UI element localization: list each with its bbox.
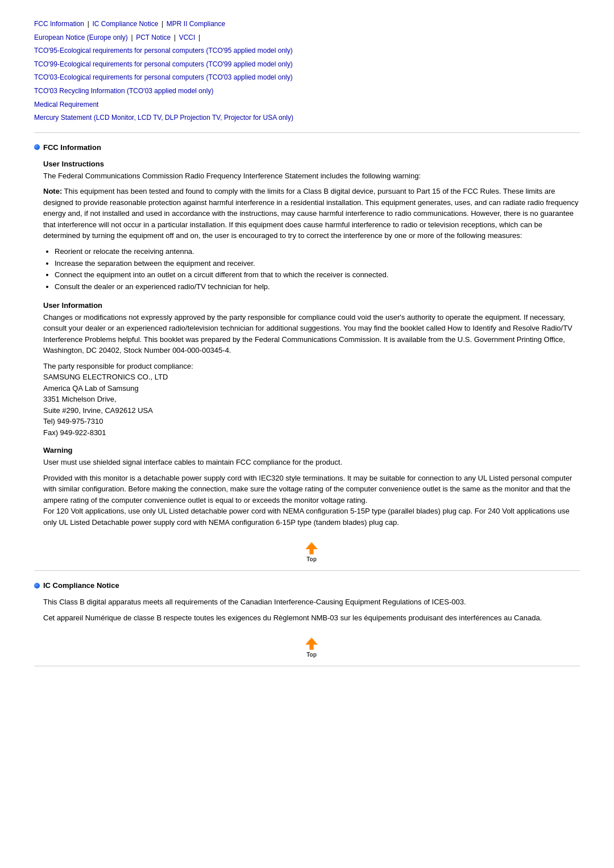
nav-link-tco03r[interactable]: TCO'03 Recycling Information (TCO'03 app… — [34, 87, 213, 95]
divider-fcc-ic — [34, 570, 580, 571]
top-arrow-icon — [301, 538, 322, 558]
top-arrow-icon-2 — [301, 633, 322, 654]
top-button-label: Top — [306, 556, 317, 562]
fcc-top-button[interactable]: Top — [43, 538, 580, 562]
top-button-label-2: Top — [306, 652, 317, 658]
fcc-section-title: FCC Information — [43, 143, 101, 152]
nav-link-medical[interactable]: Medical Requirement — [34, 101, 98, 108]
fcc-section-header: FCC Information — [34, 143, 580, 152]
nav-link-tco03[interactable]: TCO'03-Ecological requirements for perso… — [34, 73, 293, 81]
divider-top — [34, 132, 580, 133]
warning-p2: Provided with this monitor is a detachab… — [43, 473, 580, 528]
fcc-dot-icon — [34, 144, 40, 150]
nav-link-eu[interactable]: European Notice (Europe only) — [34, 34, 128, 41]
warning-title: Warning — [43, 446, 580, 454]
nav-link-tco95[interactable]: TCO'95-Ecological requirements for perso… — [34, 47, 293, 55]
nav-link-vcci[interactable]: VCCI — [179, 34, 196, 41]
ic-section: IC Compliance Notice This Class B digita… — [34, 581, 580, 658]
navigation-links: FCC Information | IC Compliance Notice |… — [34, 17, 580, 124]
fcc-content: User Instructions The Federal Communicat… — [43, 160, 580, 563]
nav-link-mercury[interactable]: Mercury Statement (LCD Monitor, LCD TV, … — [34, 114, 293, 122]
ic-dot-icon — [34, 583, 40, 589]
ic-section-title: IC Compliance Notice — [43, 581, 119, 590]
bullet-3: Connect the equipment into an outlet on … — [55, 269, 580, 281]
nav-link-fcc[interactable]: FCC Information — [34, 20, 84, 28]
nav-link-tco99[interactable]: TCO'99-Ecological requirements for perso… — [34, 60, 293, 68]
bullet-4: Consult the dealer or an experienced rad… — [55, 281, 580, 293]
user-information-p1: Changes or modifications not expressly a… — [43, 312, 580, 356]
user-information-p2: The party responsible for product compli… — [43, 361, 580, 439]
nav-link-mpr[interactable]: MPR II Compliance — [167, 20, 225, 28]
bullet-1: Reorient or relocate the receiving anten… — [55, 246, 580, 258]
user-instructions-block: User Instructions The Federal Communicat… — [43, 160, 580, 293]
bullet-2: Increase the separation between the equi… — [55, 258, 580, 270]
fcc-note: Note: This equipment has been tested and… — [43, 186, 580, 241]
svg-rect-5 — [310, 639, 312, 640]
ic-content: This Class B digital apparatus meets all… — [43, 596, 580, 658]
user-information-title: User Information — [43, 301, 580, 310]
note-text: This equipment has been tested and found… — [43, 187, 578, 240]
fcc-section: FCC Information User Instructions The Fe… — [34, 143, 580, 563]
fcc-bullets: Reorient or relocate the receiving anten… — [55, 246, 580, 293]
ic-top-button[interactable]: Top — [43, 633, 580, 658]
user-instructions-intro: The Federal Communications Commission Ra… — [43, 170, 580, 182]
warning-p1: User must use shielded signal interface … — [43, 457, 580, 468]
warning-block: Warning User must use shielded signal in… — [43, 446, 580, 528]
nav-link-pct[interactable]: PCT Notice — [136, 34, 171, 41]
divider-bottom — [34, 666, 580, 666]
user-instructions-title: User Instructions — [43, 160, 580, 168]
ic-p2: Cet appareil Numérique de classe B respe… — [43, 612, 580, 624]
ic-section-header: IC Compliance Notice — [34, 581, 580, 590]
ic-p1: This Class B digital apparatus meets all… — [43, 596, 580, 608]
user-information-block: User Information Changes or modification… — [43, 301, 580, 439]
nav-link-ic[interactable]: IC Compliance Notice — [92, 20, 158, 28]
note-bold: Note: — [43, 187, 62, 195]
svg-rect-2 — [310, 543, 312, 545]
